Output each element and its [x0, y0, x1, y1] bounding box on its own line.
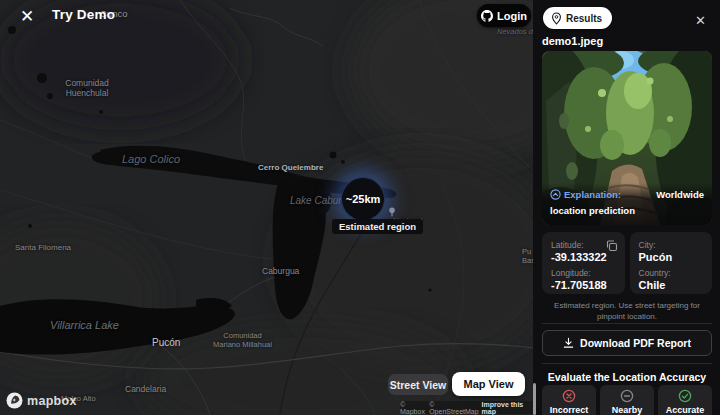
- attribution-mapbox[interactable]: © Mapbox: [400, 401, 426, 415]
- panel-scrollbar[interactable]: [533, 383, 536, 415]
- city-label: City:: [639, 240, 704, 250]
- divider: [542, 363, 712, 364]
- city-value: Pucón: [639, 251, 704, 263]
- accurate-button[interactable]: Accurate: [658, 385, 712, 415]
- evaluate-title: Evaluate the Location Accuracy: [542, 371, 712, 383]
- map-attribution: © Mapbox © OpenStreetMap Improve this ma…: [400, 401, 533, 414]
- filename: demo1.jpeg: [542, 35, 603, 47]
- map-label-comunidad-huenchulal: Comunidad Huenchulal: [58, 78, 116, 98]
- map-label-santa-filomena: Santa Filomena: [15, 243, 71, 252]
- close-demo-icon[interactable]: ✕: [20, 6, 34, 27]
- download-pdf-label: Download PDF Report: [580, 337, 691, 349]
- github-icon: [481, 10, 493, 22]
- try-demo-title: Try Demo: [52, 7, 115, 22]
- estimated-region-hint: Estimated region. Use street targeting f…: [542, 301, 712, 322]
- map-canvas[interactable]: Cunco Nevados de S Comunidad Huenchulal …: [0, 0, 533, 415]
- incorrect-icon: [562, 389, 576, 403]
- location-pin-icon: [551, 12, 562, 25]
- results-label: Results: [566, 13, 602, 24]
- app: Cunco Nevados de S Comunidad Huenchulal …: [0, 0, 720, 415]
- map-label-caburgua: Caburgua: [262, 266, 299, 276]
- panel-close-icon[interactable]: ✕: [695, 13, 706, 28]
- marker-radius-label: ~25km: [346, 193, 381, 205]
- country-label: Country:: [639, 268, 704, 278]
- incorrect-button[interactable]: Incorrect: [542, 385, 596, 415]
- nearby-button[interactable]: Nearby: [600, 385, 654, 415]
- latitude-value: -39.133322: [551, 251, 616, 263]
- map-label-pucon: Pucón: [152, 337, 180, 348]
- map-label-edge: Pu Basa: [522, 247, 533, 265]
- map-label-cerro-quelembre: Cerro Quelembre: [258, 163, 323, 172]
- coords-card: Latitude: -39.133322 Longitude: -71.7051…: [542, 232, 625, 294]
- longitude-label: Longitude:: [551, 268, 616, 278]
- estimated-region-marker[interactable]: ~25km: [341, 177, 385, 221]
- results-panel: Results ✕ demo1.jpeg: [533, 0, 720, 415]
- explanation-icon: [550, 189, 561, 204]
- download-icon: [563, 337, 574, 349]
- results-pill[interactable]: Results: [543, 7, 612, 29]
- place-card: City: Pucón Country: Chile: [630, 232, 713, 294]
- divider: [542, 323, 712, 324]
- login-label: Login: [497, 10, 527, 22]
- explanation-label: Explanation:: [564, 189, 621, 200]
- mapbox-wordmark: mapbox: [27, 394, 77, 408]
- download-pdf-button[interactable]: Download PDF Report: [542, 330, 712, 356]
- map-label-nevados: Nevados de S: [497, 27, 533, 36]
- street-view-button[interactable]: Street View: [388, 374, 448, 395]
- mapbox-logo[interactable]: mapbox: [6, 392, 77, 409]
- explanation-block: Explanation: Worldwide location predicti…: [542, 183, 712, 225]
- query-photo: Explanation: Worldwide location predicti…: [542, 51, 712, 225]
- map-label-candelaria: Candelaria: [125, 384, 166, 394]
- nearby-icon: [620, 389, 634, 403]
- map-label-villarrica-lake: Villarrica Lake: [50, 319, 119, 331]
- accurate-icon: [678, 389, 692, 403]
- country-value: Chile: [639, 279, 704, 291]
- park-tree-icon: [388, 207, 396, 217]
- map-view-button[interactable]: Map View: [452, 372, 525, 396]
- coordinate-cards: Latitude: -39.133322 Longitude: -71.7051…: [542, 232, 712, 294]
- attribution-improve-link[interactable]: Improve this map: [482, 401, 529, 415]
- copy-icon[interactable]: [605, 239, 618, 252]
- map-label-lago-colico: Lago Colico: [122, 153, 180, 165]
- basemap-svg: [0, 0, 533, 415]
- login-button[interactable]: Login: [477, 4, 531, 27]
- mapbox-icon: [6, 392, 23, 409]
- estimated-region-caption: Estimated region: [332, 219, 423, 234]
- map-label-comunidad-mariano: Comunidad Mariano Millahual: [205, 331, 280, 349]
- evaluate-buttons: Incorrect Nearby Accurate: [542, 385, 712, 415]
- attribution-osm[interactable]: © OpenStreetMap: [429, 401, 478, 415]
- longitude-value: -71.705188: [551, 279, 616, 291]
